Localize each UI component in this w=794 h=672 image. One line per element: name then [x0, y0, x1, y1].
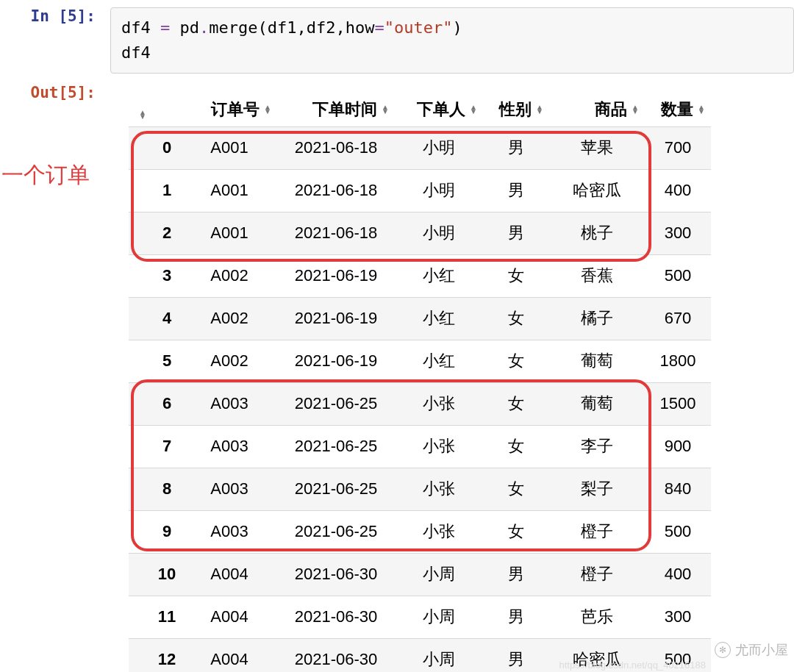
cell: 小张 — [395, 382, 483, 425]
cell: 700 — [645, 126, 711, 169]
cell: 2021-06-30 — [277, 553, 395, 596]
row-index: 5 — [152, 340, 182, 382]
cell: 670 — [645, 297, 711, 340]
cell: 桃子 — [549, 212, 645, 254]
table-row: 2A0012021-06-18小明男桃子300 — [129, 212, 711, 254]
dataframe-table: ▲▼ 订单号▲▼ 下单时间▲▼ 下单人▲▼ 性别▲▼ 商品▲▼ 数量▲▼ 0A0… — [129, 93, 711, 672]
cell: 小明 — [395, 126, 483, 169]
code-token: df4 — [121, 18, 160, 37]
table-row: 3A0022021-06-19小红女香蕉500 — [129, 254, 711, 297]
cell: A004 — [182, 553, 277, 596]
code-token: merge — [209, 18, 257, 37]
cell: 男 — [483, 126, 549, 169]
col-label: 订单号 — [211, 99, 260, 121]
cell: A002 — [182, 254, 277, 297]
col-header[interactable]: 商品▲▼ — [549, 93, 645, 126]
table-row: 8A0032021-06-25小张女梨子840 — [129, 468, 711, 510]
cell: 小红 — [395, 297, 483, 340]
col-label: 下单时间 — [312, 99, 377, 121]
cell: 2021-06-18 — [277, 212, 395, 254]
cell: 男 — [483, 596, 549, 638]
cell: 小张 — [395, 510, 483, 553]
row-pad — [129, 596, 152, 638]
cell: 2021-06-25 — [277, 382, 395, 425]
row-pad — [129, 638, 152, 672]
cell: A004 — [182, 638, 277, 672]
cell: 女 — [483, 254, 549, 297]
watermark-right: ✻ 尤而小屋 — [715, 641, 788, 659]
code-token: pd — [170, 18, 199, 37]
cell: 李子 — [549, 425, 645, 468]
col-header[interactable]: 下单人▲▼ — [395, 93, 483, 126]
cell: A001 — [182, 212, 277, 254]
in-prompt: In [5]: — [0, 7, 96, 25]
row-index: 0 — [152, 126, 182, 169]
code-cell: df4 = pd.merge(df1,df2,how="outer") df4 — [110, 7, 794, 74]
col-header[interactable]: 数量▲▼ — [645, 93, 711, 126]
cell: 小明 — [395, 169, 483, 212]
cell: 900 — [645, 425, 711, 468]
sort-icon: ▲▼ — [382, 105, 389, 114]
code-token: ) — [452, 18, 462, 37]
cell: 300 — [645, 596, 711, 638]
cell: 香蕉 — [549, 254, 645, 297]
cell: 2021-06-30 — [277, 596, 395, 638]
sort-icon: ▲▼ — [536, 105, 543, 114]
row-pad — [129, 212, 152, 254]
col-header[interactable]: 订单号▲▼ — [182, 93, 277, 126]
col-label: 数量 — [661, 99, 693, 121]
cell: A002 — [182, 340, 277, 382]
row-pad — [129, 297, 152, 340]
cell: 男 — [483, 553, 549, 596]
code-token: " — [385, 18, 394, 37]
cell: 女 — [483, 297, 549, 340]
cell: A004 — [182, 596, 277, 638]
sort-icon: ▲▼ — [139, 110, 146, 119]
code-token: = — [160, 18, 170, 37]
code-token: df4 — [121, 43, 151, 62]
row-index: 8 — [152, 468, 182, 510]
cell: 小红 — [395, 254, 483, 297]
cell: A002 — [182, 297, 277, 340]
table-row: 7A0032021-06-25小张女李子900 — [129, 425, 711, 468]
cell: 男 — [483, 169, 549, 212]
table-row: 9A0032021-06-25小张女橙子500 — [129, 510, 711, 553]
cell: 2021-06-18 — [277, 126, 395, 169]
cell: 2021-06-25 — [277, 425, 395, 468]
row-index: 12 — [152, 638, 182, 672]
row-pad — [129, 126, 152, 169]
col-header[interactable]: 性别▲▼ — [483, 93, 549, 126]
cell: 2021-06-19 — [277, 297, 395, 340]
cell: A001 — [182, 169, 277, 212]
col-header[interactable]: 下单时间▲▼ — [277, 93, 395, 126]
cell: 女 — [483, 340, 549, 382]
row-pad — [129, 510, 152, 553]
row-pad — [129, 425, 152, 468]
cell: 小周 — [395, 553, 483, 596]
cell: A003 — [182, 510, 277, 553]
row-pad — [129, 468, 152, 510]
code-token: df1,df2,how — [268, 18, 375, 37]
sort-toggle[interactable]: ▲▼ — [129, 93, 152, 126]
cell: 2021-06-18 — [277, 169, 395, 212]
cell: 2021-06-25 — [277, 510, 395, 553]
cell: 女 — [483, 510, 549, 553]
table-row: 6A0032021-06-25小张女葡萄1500 — [129, 382, 711, 425]
cell: 苹果 — [549, 126, 645, 169]
cell: 葡萄 — [549, 340, 645, 382]
table-row: 5A0022021-06-19小红女葡萄1800 — [129, 340, 711, 382]
cell: 1500 — [645, 382, 711, 425]
cell: 橙子 — [549, 510, 645, 553]
row-index: 3 — [152, 254, 182, 297]
row-index: 6 — [152, 382, 182, 425]
sort-icon: ▲▼ — [264, 105, 271, 114]
table-row: 10A0042021-06-30小周男橙子400 — [129, 553, 711, 596]
row-pad — [129, 382, 152, 425]
sort-icon: ▲▼ — [632, 105, 639, 114]
cell: 男 — [483, 212, 549, 254]
sort-icon: ▲▼ — [470, 105, 477, 114]
code-token: outer — [394, 18, 443, 37]
row-index: 2 — [152, 212, 182, 254]
row-index: 7 — [152, 425, 182, 468]
cell: 500 — [645, 254, 711, 297]
